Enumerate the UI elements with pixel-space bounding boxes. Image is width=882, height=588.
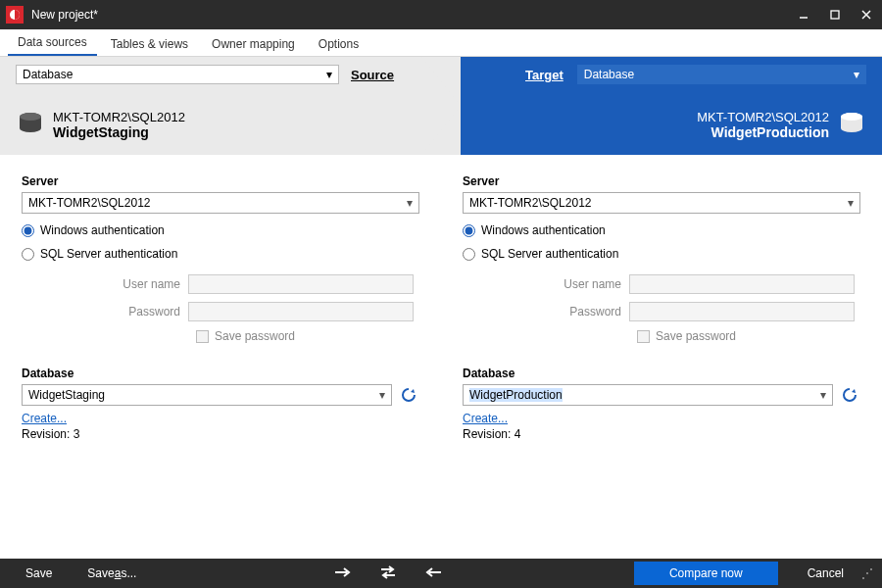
username-label: User name <box>22 277 188 291</box>
database-label: Database <box>463 367 860 380</box>
target-panel: Server MKT-TOMR2\SQL2012 ▾ Windows authe… <box>441 155 882 559</box>
target-server-combo[interactable]: MKT-TOMR2\SQL2012 ▾ <box>463 192 860 214</box>
chevron-down-icon: ▾ <box>326 68 332 81</box>
target-refresh-button[interactable] <box>839 384 860 406</box>
target-database-combo[interactable]: WidgetProduction ▾ <box>463 384 833 406</box>
target-sql-auth-radio[interactable] <box>463 248 475 261</box>
source-heading: Source <box>351 68 394 82</box>
source-save-password-checkbox <box>196 330 209 343</box>
password-label: Password <box>22 305 188 318</box>
windows-auth-label: Windows authentication <box>40 223 165 237</box>
cancel-button[interactable]: Cancel <box>790 559 861 588</box>
target-server-display: MKT-TOMR2\SQL2012 <box>697 110 829 124</box>
database-icon <box>16 109 45 141</box>
app-icon <box>6 6 24 24</box>
minimize-button[interactable] <box>788 0 819 29</box>
chevron-down-icon: ▾ <box>820 388 826 402</box>
tab-owner-mapping[interactable]: Owner mapping <box>202 31 305 56</box>
source-windows-auth-radio[interactable] <box>22 224 34 237</box>
target-revision: Revision: 4 <box>463 427 860 441</box>
compare-now-button[interactable]: Compare now <box>634 562 778 585</box>
chevron-down-icon: ▾ <box>848 196 854 210</box>
tab-data-sources[interactable]: Data sources <box>8 29 97 56</box>
source-database-value: WidgetStaging <box>28 388 105 402</box>
window-title: New project* <box>31 8 788 22</box>
target-username-input <box>629 274 855 294</box>
source-sql-auth-radio[interactable] <box>22 248 34 261</box>
chevron-down-icon: ▾ <box>379 388 385 402</box>
target-password-input <box>629 302 855 321</box>
source-database-combo[interactable]: WidgetStaging ▾ <box>22 384 392 406</box>
source-panel: Server MKT-TOMR2\SQL2012 ▾ Windows authe… <box>0 155 441 559</box>
save-button[interactable]: Save <box>8 559 70 588</box>
sql-auth-label: SQL Server authentication <box>481 247 618 261</box>
source-type-value: Database <box>23 68 73 81</box>
save-password-label: Save password <box>656 329 736 343</box>
svg-point-6 <box>20 113 41 121</box>
chevron-down-icon: ▾ <box>854 68 859 81</box>
tab-options[interactable]: Options <box>309 31 368 56</box>
close-button[interactable] <box>851 0 882 29</box>
database-icon <box>837 109 866 141</box>
source-database-display: WidgetStaging <box>53 124 185 140</box>
copy-left-button[interactable] <box>425 565 443 582</box>
sql-auth-label: SQL Server authentication <box>40 247 177 261</box>
swap-button[interactable] <box>378 564 398 583</box>
target-windows-auth-radio[interactable] <box>463 224 475 237</box>
tab-tables-views[interactable]: Tables & views <box>101 31 198 56</box>
source-password-input <box>188 302 414 321</box>
source-type-select[interactable]: Database ▾ <box>16 65 339 84</box>
username-label: User name <box>463 277 629 291</box>
target-database-value: WidgetProduction <box>469 388 563 402</box>
source-server-value: MKT-TOMR2\SQL2012 <box>28 196 151 210</box>
copy-right-button[interactable] <box>333 565 351 582</box>
save-as-button[interactable]: Save as... <box>70 559 154 588</box>
source-refresh-button[interactable] <box>398 384 419 406</box>
source-server-display: MKT-TOMR2\SQL2012 <box>53 110 185 124</box>
target-type-value: Database <box>584 68 634 81</box>
target-save-password-checkbox <box>637 330 650 343</box>
svg-rect-2 <box>831 11 839 19</box>
chevron-down-icon: ▾ <box>407 196 413 210</box>
server-label: Server <box>463 174 860 188</box>
target-create-link[interactable]: Create... <box>463 412 508 425</box>
target-heading: Target <box>525 68 564 82</box>
source-server-combo[interactable]: MKT-TOMR2\SQL2012 ▾ <box>22 192 419 214</box>
server-label: Server <box>22 174 419 188</box>
source-revision: Revision: 3 <box>22 427 419 441</box>
password-label: Password <box>463 305 629 318</box>
target-database-display: WidgetProduction <box>697 124 829 140</box>
resize-grip-icon: ⋰ <box>861 566 874 580</box>
save-password-label: Save password <box>215 329 295 343</box>
svg-point-8 <box>841 113 862 121</box>
arrow-separator-icon <box>421 57 461 155</box>
source-create-link[interactable]: Create... <box>22 412 67 425</box>
maximize-button[interactable] <box>819 0 851 29</box>
source-username-input <box>188 274 414 294</box>
database-label: Database <box>22 367 419 380</box>
windows-auth-label: Windows authentication <box>481 223 606 237</box>
target-type-select[interactable]: Database ▾ <box>577 65 866 84</box>
tab-strip: Data sources Tables & views Owner mappin… <box>0 29 882 57</box>
target-server-value: MKT-TOMR2\SQL2012 <box>469 196 592 210</box>
